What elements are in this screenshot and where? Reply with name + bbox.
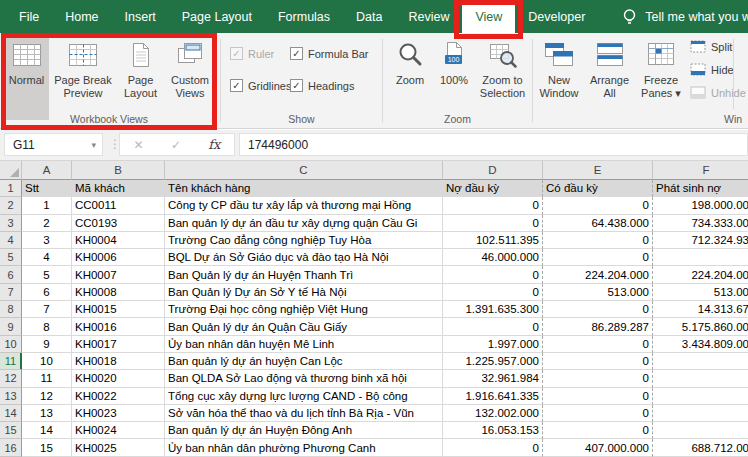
gridlines-checkbox[interactable]: ✓ Gridlines xyxy=(230,79,291,92)
cell-F7[interactable]: 513.00 xyxy=(653,284,748,301)
row-header-4[interactable]: 4 xyxy=(0,232,22,249)
cell-E2[interactable]: 0 xyxy=(543,197,653,214)
row-header-14[interactable]: 14 xyxy=(0,405,22,422)
cell-F4[interactable]: 712.324.93 xyxy=(653,232,748,249)
zoom-to-selection-button[interactable]: Zoom to Selection xyxy=(476,36,529,120)
cell-D5[interactable]: 46.000.000 xyxy=(443,249,543,266)
cell-E4[interactable]: 0 xyxy=(543,232,653,249)
cell-B4[interactable]: KH0004 xyxy=(72,232,165,249)
cell-B16[interactable]: KH0025 xyxy=(72,439,165,456)
cell-A8[interactable]: 7 xyxy=(22,301,72,318)
row-header-8[interactable]: 8 xyxy=(0,301,22,318)
cell-F1[interactable]: Phát sinh nợ xyxy=(653,180,748,197)
row-header-6[interactable]: 6 xyxy=(0,266,22,283)
cell-A14[interactable]: 13 xyxy=(22,405,72,422)
cell-D8[interactable]: 1.391.635.300 xyxy=(443,301,543,318)
cell-D3[interactable]: 0 xyxy=(443,215,543,232)
row-header-3[interactable]: 3 xyxy=(0,215,22,232)
cell-B5[interactable]: KH0006 xyxy=(72,249,165,266)
row-header-15[interactable]: 15 xyxy=(0,422,22,439)
cell-D14[interactable]: 132.002.000 xyxy=(443,405,543,422)
cell-C4[interactable]: Trường Cao đẳng công nghiệp Tuy Hòa xyxy=(165,232,443,249)
tab-formulas[interactable]: Formulas xyxy=(265,0,343,33)
cell-E11[interactable]: 0 xyxy=(543,353,653,370)
column-header-A[interactable]: A xyxy=(22,161,72,180)
new-window-button[interactable]: New Window xyxy=(534,36,584,120)
cell-F16[interactable]: 688.712.00 xyxy=(653,439,748,456)
cell-D1[interactable]: Nợ đầu kỳ xyxy=(443,180,543,197)
cell-E12[interactable]: 0 xyxy=(543,370,653,387)
tell-me-box[interactable]: Tell me what you wa xyxy=(622,0,748,33)
row-header-7[interactable]: 7 xyxy=(0,284,22,301)
headings-checkbox[interactable]: ✓ Headings xyxy=(290,79,354,92)
column-header-D[interactable]: D xyxy=(443,161,543,180)
cell-F15[interactable] xyxy=(653,422,748,439)
hide-button[interactable]: Hide xyxy=(690,63,734,77)
custom-views-button[interactable]: Custom Views xyxy=(166,36,214,120)
cell-B9[interactable]: KH0016 xyxy=(72,318,165,335)
cell-A5[interactable]: 4 xyxy=(22,249,72,266)
freeze-panes-button[interactable]: Freeze Panes ▾ xyxy=(635,36,687,120)
cell-C12[interactable]: Ban QLDA Sở Lao động và thương binh xã h… xyxy=(165,370,443,387)
column-header-F[interactable]: F xyxy=(653,161,748,180)
arrange-all-button[interactable]: Arrange All xyxy=(585,36,634,120)
cell-D13[interactable]: 1.916.641.335 xyxy=(443,388,543,405)
cell-B15[interactable]: KH0024 xyxy=(72,422,165,439)
cell-B14[interactable]: KH0023 xyxy=(72,405,165,422)
cell-E10[interactable]: 0 xyxy=(543,336,653,353)
cell-C15[interactable]: Ban quản lý dự án Huyện Đông Anh xyxy=(165,422,443,439)
cell-F9[interactable]: 5.175.860.00 xyxy=(653,318,748,335)
cell-F8[interactable]: 14.313.67 xyxy=(653,301,748,318)
cell-D7[interactable]: 0 xyxy=(443,284,543,301)
cell-B1[interactable]: Mã khách xyxy=(72,180,165,197)
cell-C13[interactable]: Tổng cục xây dựng lực lượng CAND - Bộ cô… xyxy=(165,388,443,405)
cell-E1[interactable]: Có đầu kỳ xyxy=(543,180,653,197)
cell-D10[interactable]: 1.997.000 xyxy=(443,336,543,353)
cell-C14[interactable]: Sở văn hóa thể thao và du lịch tỉnh Bà R… xyxy=(165,405,443,422)
name-box[interactable]: G11 ▾ xyxy=(4,133,103,156)
tab-review[interactable]: Review xyxy=(395,0,462,33)
cell-E9[interactable]: 86.289.287 xyxy=(543,318,653,335)
name-box-dropdown-icon[interactable]: ▾ xyxy=(91,140,102,150)
cell-B13[interactable]: KH0022 xyxy=(72,388,165,405)
tab-insert[interactable]: Insert xyxy=(112,0,169,33)
cell-F6[interactable]: 224.204.00 xyxy=(653,266,748,283)
row-header-13[interactable]: 13 xyxy=(0,388,22,405)
column-header-E[interactable]: E xyxy=(543,161,653,180)
row-header-2[interactable]: 2 xyxy=(0,197,22,214)
cell-E3[interactable]: 64.438.000 xyxy=(543,215,653,232)
cell-A10[interactable]: 9 xyxy=(22,336,72,353)
column-header-B[interactable]: B xyxy=(72,161,165,180)
cell-A12[interactable]: 11 xyxy=(22,370,72,387)
cell-B10[interactable]: KH0017 xyxy=(72,336,165,353)
cell-F12[interactable] xyxy=(653,370,748,387)
ruler-checkbox[interactable]: ✓ Ruler xyxy=(230,47,274,60)
cell-F14[interactable] xyxy=(653,405,748,422)
cell-B2[interactable]: CC0011 xyxy=(72,197,165,214)
column-header-C[interactable]: C xyxy=(165,161,443,180)
cell-A15[interactable]: 14 xyxy=(22,422,72,439)
cell-E16[interactable]: 407.000.000 xyxy=(543,439,653,456)
zoom-button[interactable]: Zoom xyxy=(388,36,432,120)
cell-E13[interactable]: 0 xyxy=(543,388,653,405)
cell-E15[interactable]: 0 xyxy=(543,422,653,439)
cell-D16[interactable]: 0 xyxy=(443,439,543,456)
cell-C9[interactable]: Ban Quản lý dự án Quận Cầu Giấy xyxy=(165,318,443,335)
tab-file[interactable]: File xyxy=(6,0,52,33)
cell-D4[interactable]: 102.511.395 xyxy=(443,232,543,249)
cell-C8[interactable]: Trường Đại học công nghiệp Việt Hung xyxy=(165,301,443,318)
cell-D15[interactable]: 16.053.153 xyxy=(443,422,543,439)
unhide-button[interactable]: Unhide xyxy=(690,86,746,100)
zoom-100-button[interactable]: 100 100% xyxy=(434,36,474,120)
cell-B11[interactable]: KH0018 xyxy=(72,353,165,370)
page-layout-view-button[interactable]: Page Layout xyxy=(117,36,164,120)
cell-C5[interactable]: BQL Dự án Sở Giáo dục và đào tạo Hà Nội xyxy=(165,249,443,266)
normal-view-button[interactable]: Normal xyxy=(4,36,49,120)
cell-C6[interactable]: Ban Quản lý dự án Huyện Thanh Trì xyxy=(165,266,443,283)
cell-D6[interactable]: 0 xyxy=(443,266,543,283)
cell-E5[interactable]: 0 xyxy=(543,249,653,266)
tab-page-layout[interactable]: Page Layout xyxy=(169,0,265,33)
cell-D11[interactable]: 1.225.957.000 xyxy=(443,353,543,370)
select-all-corner[interactable] xyxy=(0,161,22,180)
confirm-entry-icon[interactable]: ✓ xyxy=(171,138,181,152)
